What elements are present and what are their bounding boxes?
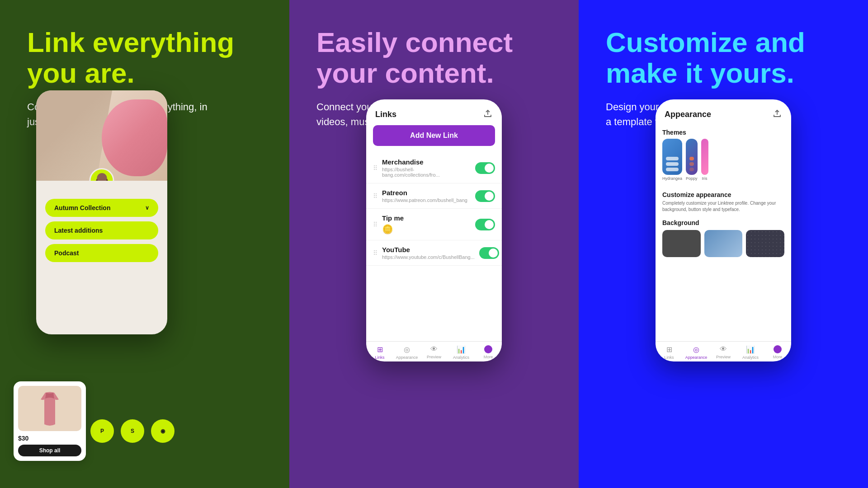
phone-2-header: Links [366,99,502,125]
preview-nav-icon: 👁 [720,345,727,353]
nav-analytics[interactable]: 📊 Analytics [448,345,475,360]
nav-avatar [774,345,782,353]
appearance-title: Appearance [665,110,711,119]
product-card: $30 Shop all [14,381,86,461]
nav-more-3[interactable]: More [764,345,791,360]
theme-card [662,139,682,175]
theme-image-iris [701,139,708,175]
background-option-1[interactable] [662,230,701,257]
link-item-merchandise: ⠿ Merchandise https://bushell-bang.com/c… [366,153,502,183]
phone-3-header: Appearance [656,99,791,125]
link-label: Podcast [54,249,79,257]
theme-iris[interactable]: Iris [701,139,708,182]
nav-label: Appearance [396,355,418,360]
link-info: YouTube https://www.youtube.com/c/Bushel… [382,246,475,260]
appearance-nav-icon: ◎ [693,345,699,354]
toggle-patreon[interactable] [475,190,495,202]
svg-text:◉: ◉ [160,428,165,434]
customize-title: Customize appearance [662,191,784,198]
theme-name-hydrangea: Hydrangea [662,175,682,182]
toggle-youtube[interactable] [479,247,499,259]
theme-poppy[interactable]: Poppy [686,139,698,182]
panel-1: Link everything you are. Connect your au… [0,0,289,488]
theme-image-hydrangea [662,139,682,175]
nav-label: Links [664,355,674,360]
shop-button[interactable]: Shop all [18,445,81,456]
phone-top-image [36,90,167,181]
theme-line [666,162,679,166]
theme-card [701,139,708,175]
link-url: https://www.patreon.com/bushell_bang [382,197,471,203]
appearance-nav-icon: ◎ [404,345,410,354]
toggle-tipme[interactable] [475,219,495,230]
theme-image-poppy [686,139,698,175]
phone-3-mockup: Appearance Themes [656,99,791,361]
customize-description: Completely customize your Linktree profi… [662,200,784,213]
pink-yarn-decoration [102,99,167,176]
instagram-icon[interactable]: ◉ [151,419,175,443]
drag-handle-icon: ⠿ [373,221,377,228]
dress-icon [36,390,63,427]
nav-preview[interactable]: 👁 Preview [420,345,448,360]
panel-2-heading: Easily connect your content. [316,27,556,89]
bottom-navigation-3: ⊞ Links ◎ Appearance 👁 Preview 📊 Analyti… [656,341,791,361]
panel-3-heading: Customize and make it yours. [606,27,845,89]
link-url: https://bushell-bang.com/collections/fro… [382,167,471,178]
nav-label: Links [375,355,384,360]
links-nav-icon: ⊞ [666,345,672,354]
theme-lines [686,153,698,175]
share-icon[interactable] [483,108,493,121]
coin-icon: 🪙 [382,224,471,235]
phone-links-area: Autumn Collection ∨ Latest additions Pod… [36,181,167,271]
link-title: Merchandise [382,158,471,166]
themes-section-title: Themes [656,125,791,139]
theme-lines [662,153,682,175]
link-latest-additions[interactable]: Latest additions [45,221,158,239]
links-nav-icon: ⊞ [377,345,383,354]
bottom-navigation: ⊞ Links ◎ Appearance 👁 Preview 📊 Analyti… [366,341,502,361]
panel-1-heading: Link everything you are. [27,27,267,89]
nav-links-3[interactable]: ⊞ Links [656,345,683,360]
nav-label: Preview [427,355,441,359]
link-podcast[interactable]: Podcast [45,244,158,262]
links-title: Links [375,110,396,119]
shopify-icon[interactable]: S [121,419,144,443]
drag-handle-icon: ⠿ [373,164,377,172]
nav-avatar [484,345,492,353]
nav-appearance-3[interactable]: ◎ Appearance [683,345,710,360]
phone-1-mockup: Autumn Collection ∨ Latest additions Pod… [36,90,167,334]
theme-line [689,162,694,166]
background-option-2[interactable] [704,230,743,257]
nav-label: Analytics [453,355,469,360]
theme-lines [701,153,708,175]
background-option-3[interactable] [746,230,784,257]
link-label: Autumn Collection [54,204,110,211]
nav-preview-3[interactable]: 👁 Preview [710,345,737,360]
toggle-merchandise[interactable] [475,162,495,174]
background-title: Background [662,219,784,226]
add-new-link-button[interactable]: Add New Link [373,125,495,146]
link-url: https://www.youtube.com/c/BushellBang... [382,254,475,260]
themes-row: Hydrangea Poppy [656,139,791,188]
share-icon[interactable] [772,108,782,121]
pinterest-icon[interactable]: P [90,419,114,443]
link-info: Merchandise https://bushell-bang.com/col… [382,158,471,178]
nav-appearance[interactable]: ◎ Appearance [393,345,420,360]
analytics-nav-icon: 📊 [457,345,466,354]
link-item-youtube: ⠿ YouTube https://www.youtube.com/c/Bush… [366,240,502,266]
nav-label: More [484,355,493,359]
nav-label: Analytics [742,355,759,360]
theme-line [689,157,694,160]
link-autumn-collection[interactable]: Autumn Collection ∨ [45,199,158,217]
link-title: Tip me [382,214,471,222]
nav-links[interactable]: ⊞ Links [366,345,393,360]
theme-hydrangea[interactable]: Hydrangea [662,139,682,182]
customize-appearance-section: Customize appearance Completely customiz… [656,188,791,216]
nav-analytics-3[interactable]: 📊 Analytics [737,345,764,360]
theme-line [666,157,679,160]
panel-3: Customize and make it yours. Design your… [579,0,868,488]
nav-more[interactable]: More [475,345,502,360]
link-title: YouTube [382,246,475,253]
svg-text:S: S [131,428,134,434]
theme-line [666,168,679,171]
